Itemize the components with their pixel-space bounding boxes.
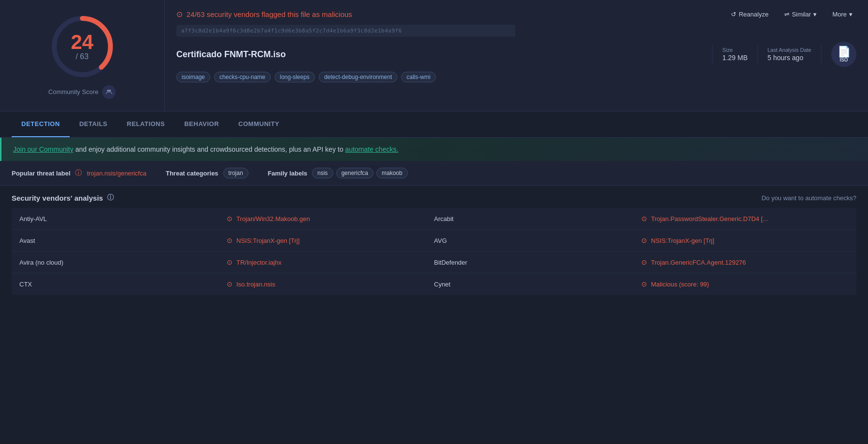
alert-banner: ⊙ 24/63 security vendors flagged this fi… [176,9,856,20]
chevron-down-icon-2: ▾ [849,11,852,18]
threat-category-badge: trojan [223,168,248,178]
file-tag[interactable]: calls-wmi [401,72,435,82]
vendor-row: CTX ⊙ Iso.trojan.nsis Cynet ⊙ Malicious … [12,273,856,295]
similar-icon: ⇌ [784,11,790,18]
detection-name-left: Trojan/Win32.Makoob.gen [236,215,310,222]
tab-community[interactable]: COMMUNITY [229,111,289,137]
malicious-icon-left: ⊙ [227,237,232,244]
score-panel: 24 / 63 Community Score [0,0,165,111]
detection-name-left: Iso.trojan.nsis [236,281,275,288]
categories-title: Threat categories [166,170,218,177]
info-panel: ⊙ 24/63 security vendors flagged this fi… [165,0,868,111]
file-tag[interactable]: isoimage [176,72,210,82]
automate-link[interactable]: automate checks. [345,145,399,153]
malicious-icon-left: ⊙ [227,215,232,222]
detection-left: ⊙ NSIS:TrojanX-gen [Trj] [227,237,434,244]
malicious-icon-right: ⊙ [641,258,647,266]
file-name: Certificado FNMT-RCM.iso [176,49,702,60]
threat-label-value: trojan.nsis/genericfca [87,170,146,177]
community-banner: Join our Community and enjoy additional … [0,138,868,161]
detection-name-right: Malicious (score: 99) [651,281,709,288]
file-type-icon: 📄 ISO [831,42,856,67]
score-text: 24 / 63 [71,32,93,61]
tab-relations[interactable]: RELATIONS [117,111,175,137]
vendors-table: Antiy-AVL ⊙ Trojan/Win32.Makoob.gen Arca… [12,208,856,295]
detection-left: ⊙ TR/Injector.iajhx [227,258,434,266]
vendor-row: Antiy-AVL ⊙ Trojan/Win32.Makoob.gen Arca… [12,208,856,230]
threat-label-section: Popular threat label ⓘ trojan.nsis/gener… [12,169,146,177]
score-denom: / 63 [71,52,93,61]
malicious-icon-right: ⊙ [641,215,647,222]
tab-behavior[interactable]: BEHAVIOR [174,111,229,137]
malicious-icon-right: ⊙ [641,237,647,244]
family-badges: nsisgenericfcamakoob [312,168,407,178]
vendor-name-right: Cynet [434,281,641,288]
threat-info-icon: ⓘ [75,169,82,177]
tab-detection[interactable]: DETECTION [12,111,70,137]
content-area: Join our Community and enjoy additional … [0,138,868,295]
vendor-name-right: BitDefender [434,259,641,266]
join-community-link[interactable]: Join our Community [13,145,74,153]
meta-divider-1 [712,45,713,64]
similar-button[interactable]: ⇌ Similar ▾ [780,9,821,20]
tab-details[interactable]: DETAILS [70,111,117,137]
size-label: Size [722,47,747,53]
vendor-row: Avira (no cloud) ⊙ TR/Injector.iajhx Bit… [12,252,856,273]
date-label: Last Analysis Date [768,47,812,53]
tags-row: isoimagechecks-cpu-namelong-sleepsdetect… [176,72,856,82]
vendor-name-right: Arcabit [434,215,641,222]
meta-divider-2 [758,45,758,64]
automate-text: Do you want to automate checks? [761,194,856,202]
community-score-label: Community Score [48,85,116,99]
file-size-item: Size 1.29 MB [722,47,747,62]
file-tag[interactable]: detect-debug-environment [319,72,397,82]
detection-name-right: NSIS:TrojanX-gen [Trj] [651,237,714,244]
vendor-name-left: Avast [19,237,227,244]
svg-point-2 [107,90,109,92]
chevron-down-icon: ▾ [813,11,817,18]
vendor-name-left: CTX [19,281,227,288]
vendors-section: Security vendors' analysis ⓘ Do you want… [0,186,868,295]
family-labels-section: Family labels nsisgenericfcamakoob [268,168,408,178]
family-title: Family labels [268,170,308,177]
file-hash: a7f3c8d2e1b4a9f6c3d8e2b7a4f1c9d6e3b8a5f2… [176,25,515,37]
vendor-row: Avast ⊙ NSIS:TrojanX-gen [Trj] AVG ⊙ NSI… [12,230,856,252]
more-button[interactable]: More ▾ [828,9,856,20]
detection-right: ⊙ Trojan.GenericFCA.Agent.129276 [641,258,849,266]
reanalyze-button[interactable]: ↺ Reanalyze [727,9,772,20]
vendor-name-left: Antiy-AVL [19,215,227,222]
detection-right: ⊙ NSIS:TrojanX-gen [Trj] [641,237,849,244]
detection-name-right: Trojan.PasswordStealer.Generic.D7D4 [... [651,215,768,222]
detection-left: ⊙ Iso.trojan.nsis [227,280,434,288]
svg-point-3 [109,90,111,92]
detection-name-left: TR/Injector.iajhx [236,259,281,266]
vendors-title: Security vendors' analysis ⓘ [12,193,114,202]
vendors-info-icon[interactable]: ⓘ [107,193,114,202]
alert-icon: ⊙ [176,10,183,19]
detection-right: ⊙ Trojan.PasswordStealer.Generic.D7D4 [.… [641,215,849,222]
detection-right: ⊙ Malicious (score: 99) [641,280,849,288]
malicious-icon-left: ⊙ [227,280,232,288]
malicious-icon-left: ⊙ [227,258,232,266]
threat-bar: Popular threat label ⓘ trojan.nsis/gener… [0,161,868,186]
score-number: 24 [71,32,93,52]
detection-name-left: NSIS:TrojanX-gen [Trj] [236,237,300,244]
vendors-header: Security vendors' analysis ⓘ Do you want… [12,193,856,202]
file-tag[interactable]: checks-cpu-name [214,72,271,82]
date-value: 5 hours ago [768,54,812,62]
size-value: 1.29 MB [722,54,747,62]
score-circle: 24 / 63 [48,13,116,80]
family-badge: makoob [376,168,408,178]
family-badge: nsis [312,168,333,178]
detection-left: ⊙ Trojan/Win32.Makoob.gen [227,215,434,222]
malicious-icon-right: ⊙ [641,280,647,288]
reanalyze-icon: ↺ [731,11,736,18]
meta-divider-3 [821,45,822,64]
toolbar-buttons: ↺ Reanalyze ⇌ Similar ▾ More ▾ [727,9,856,20]
file-tag[interactable]: long-sleeps [275,72,315,82]
file-meta: Certificado FNMT-RCM.iso Size 1.29 MB La… [176,42,856,67]
nav-tabs: DETECTIONDETAILSRELATIONSBEHAVIORCOMMUNI… [0,111,868,138]
family-badge: genericfca [336,168,373,178]
community-icon [102,85,116,99]
detection-name-right: Trojan.GenericFCA.Agent.129276 [651,259,746,266]
